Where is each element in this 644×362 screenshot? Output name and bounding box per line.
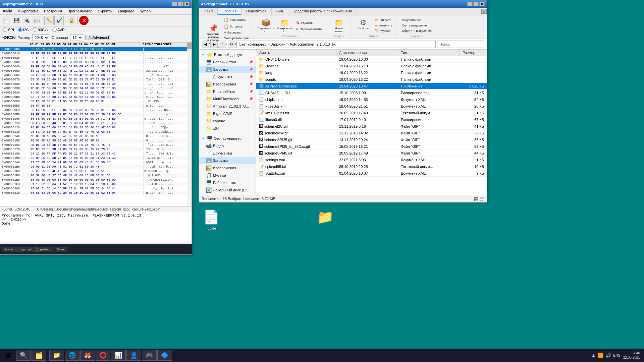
new-folder-button[interactable]: 📁 Новаяпапка (330, 17, 347, 34)
menu-buffer[interactable]: буфер (137, 8, 153, 14)
hex-row[interactable]: 0x00000080 04 07 10 0F 60 08 90 DE 0C 74… (0, 82, 187, 86)
paste-button[interactable]: 📋 Вставить (222, 23, 250, 29)
menu-settings[interactable]: Настройки (41, 8, 65, 14)
sidebar-item-desktop2[interactable]: 🖥️ Рабочий стол (199, 179, 256, 186)
table-row[interactable]: 📝 spicmd95.txt 26.10.2019 20:25 Текстовы… (256, 163, 487, 170)
taskbar-powershell[interactable]: 🔷 (157, 350, 172, 361)
open-button[interactable]: 📂 Открыть (373, 18, 393, 22)
address-input[interactable] (236, 41, 436, 48)
table-row[interactable]: 📁 Devices 19.04.2020 16:19 Папка с файла… (256, 63, 487, 69)
page-select[interactable]: 16 (70, 34, 83, 41)
col-type-header[interactable]: Тип (398, 50, 460, 56)
hex-row[interactable]: 0x000001F0 01 19 02 05 34 F1 52 02 12 11… (0, 182, 187, 186)
93cxx-radio[interactable] (33, 27, 37, 32)
hex-row[interactable]: 0x00000160 AE D8 22 E5 3B B4 03 09 E4 F5… (0, 143, 187, 147)
hex-row[interactable]: 0x000001B0 95 00 01 91 A9 40 81 00 72 51… (0, 165, 187, 169)
rename-button[interactable]: ✏ Переименовать (294, 27, 323, 32)
hex-row[interactable]: 0x00000000 85 5A A0 C7 07 05 10 07 FF 20… (0, 47, 187, 51)
hex-row[interactable]: 0x000000A0 74 02 94 08 40 16 E5 38 B4 02… (0, 90, 187, 95)
taskbar-browser[interactable]: 🌐 (65, 350, 79, 361)
tab-home[interactable]: Главная (218, 8, 241, 15)
sidebar-item-music[interactable]: 🎵 Музыка (199, 172, 256, 179)
back-button[interactable]: ◀ (202, 41, 209, 48)
verify-btn[interactable]: ✔️ (54, 16, 64, 25)
hex-row[interactable]: 0x00000100 30 FE 80 03 43 30 01 E5 38 B4… (0, 117, 187, 121)
taskbar-device[interactable]: device_... (2, 247, 19, 252)
list-view-btn[interactable]: ☰ (480, 196, 484, 201)
hex-row[interactable]: 0x00000140 AE 85 BD AE 85 BE AE 85 9E AE… (0, 134, 187, 138)
size-select[interactable]: 2048 (32, 34, 49, 41)
taskbar-search[interactable]: 🔍 (16, 350, 31, 361)
table-row[interactable]: ⚙️ AsProgrammer.exe 19.04.2020 13:47 При… (256, 83, 487, 89)
invert-select-button[interactable]: Обратить выделение (400, 28, 433, 33)
cut-button[interactable]: ✂ Вырезать (222, 30, 250, 35)
col-size-header[interactable]: Размер (460, 50, 487, 56)
hex-row[interactable]: 0x000000C0 80 E5 30 30 E1 41 53 30 E0 20… (0, 99, 187, 104)
arrow-up-icon[interactable]: ▲ (591, 353, 596, 358)
read-btn[interactable]: 📖 (32, 16, 41, 25)
maximize-button[interactable]: □ (178, 2, 183, 6)
hex-row[interactable]: 0x000001A0 99 26 4F 50 54 21 0F 00 81 00… (0, 160, 187, 165)
spi-radio-label[interactable]: SPI (3, 27, 14, 32)
systray-time[interactable]: 4:40 22.05.2021 (623, 351, 640, 360)
hex-row[interactable]: 0x00000210 06 6E 03 03 06 3C 20 00 30 3C… (0, 191, 187, 195)
hex-row[interactable]: 0x00000020 FF FF FF FF FF FF FF FF FF FF… (0, 56, 187, 60)
write-btn[interactable]: ✏️ (44, 16, 54, 25)
pin-button[interactable]: 📌 Закрепить на панелибыстрого доступа (204, 23, 222, 40)
hex-row[interactable]: 0x00000050 E5 33 30 E2 09 53 33 FB 12 D2… (0, 69, 187, 73)
hex-row[interactable]: 0x00000180 D9 22 00 FF FF FF F0 90 21 57… (0, 152, 187, 156)
hex-row[interactable]: 0x00000110 C0 FB E0 03 43 30 01 E5 38 B4… (0, 121, 187, 125)
sidebar-item-images2[interactable]: 🖼️ Изображения (199, 164, 256, 172)
table-row[interactable]: 📃 libusb0.dll 17.01.2012 9:40 Расширение… (256, 116, 487, 123)
sidebar-item-images[interactable]: 🖼️ Изображения 📌 (199, 80, 256, 88)
stop-btn[interactable]: ✕ (79, 16, 89, 25)
taskbar-portajb[interactable]: portajb... (20, 247, 37, 252)
hex-row[interactable]: 0x00000190 02 00 25 1D 3D 78 D6 57 9B 7E… (0, 156, 187, 160)
start-button[interactable]: ⊞ (1, 349, 15, 361)
spi-radio[interactable] (3, 27, 7, 32)
lock-btn[interactable]: 🔒 (67, 16, 76, 25)
col-name-header[interactable]: Имя ▲ (256, 50, 336, 56)
up-button[interactable]: ↑ (219, 41, 226, 48)
table-row[interactable]: 📋 StatBits.xml 01.04.2020 10:37 Документ… (256, 170, 487, 177)
taskbar-driver[interactable]: Driver (55, 247, 67, 252)
i2c-radio[interactable] (18, 27, 22, 32)
taskbar-firefox[interactable]: 🦊 (80, 350, 95, 361)
lang-indicator[interactable]: ENG (613, 354, 621, 357)
properties-button[interactable]: ⚙ Свойства (355, 17, 372, 34)
sidebar-item-dl2[interactable]: ⬇️ Загрузки (199, 157, 256, 164)
save-btn[interactable]: 💾 (12, 16, 21, 25)
desktop-icon-folder[interactable]: 📁 (312, 208, 339, 228)
table-row[interactable]: 🖼 schemeSPI25_to_93Cxx.gif 15.08.2019 16… (256, 143, 487, 150)
table-row[interactable]: 🖼 schemeSPI45.gif 20.09.2019 17:49 Файл … (256, 150, 487, 157)
search-input[interactable] (437, 41, 484, 48)
explorer-maximize[interactable]: □ (473, 2, 479, 6)
tab-share[interactable]: Поделиться (241, 8, 272, 15)
sidebar-item-thispc[interactable]: ▼ 🖥️ Этот компьютер (199, 135, 256, 142)
move-to-button[interactable]: 📦 Переместитьв... (257, 17, 274, 34)
taskbar-excel[interactable]: 📊 (111, 350, 126, 361)
tab-file[interactable]: Файл (199, 8, 218, 15)
hex-scrollbar[interactable] (187, 43, 192, 206)
table-row[interactable]: 🖼 schemeSPI25.gif 13.11.2019 20:24 Файл … (256, 136, 487, 143)
select-all-button[interactable]: Выделить всё (400, 18, 433, 22)
copy-to-button[interactable]: 📁 Копироватьв... (276, 17, 293, 34)
table-row[interactable]: 📃 CH341DLL.DLL 15.10.2008 1:00 Расширени… (256, 89, 487, 96)
refresh-button[interactable]: ↻ (228, 41, 235, 48)
sidebar-item-bignox[interactable]: 📁 BignoxVMS (199, 110, 256, 117)
sidebar-item-quickaccess[interactable]: ▼ ⭐ Быстрый доступ (199, 51, 256, 58)
hex-row[interactable]: 0x00000090 7E 00 EE 5F 60 08 90 DE 0C 74… (0, 86, 187, 90)
table-row[interactable]: 📁 scripts 19.04.2020 16:22 Папка с файла… (256, 76, 487, 83)
sidebar-item-phoenix[interactable]: 📁 PhoenixMiner 📌 (199, 88, 256, 95)
sidebar-item-downloads[interactable]: ⬇️ Загрузки 📌 (199, 66, 256, 73)
table-row[interactable]: 🖼 schemeMW.gif 11.12.2019 14:02 Файл "GI… (256, 130, 487, 136)
edit-button[interactable]: ✏ Изменить (373, 23, 393, 28)
93cxx-radio-label[interactable]: 93Cxx (33, 27, 48, 32)
volume-icon[interactable]: 🔊 (605, 353, 611, 358)
explorer-minimize[interactable]: ─ (467, 2, 473, 6)
hex-row[interactable]: 0x000001D0 10 3A 40 HB 37 00 4F 48 42 00… (0, 173, 187, 178)
grid-view-btn[interactable]: ▤ (474, 196, 478, 201)
explorer-close[interactable]: ✕ (479, 2, 485, 6)
avr-radio[interactable] (52, 27, 57, 32)
hex-row[interactable]: 0x00000010 FF FF FF FF FF FF FF FF FF FF… (0, 51, 187, 56)
